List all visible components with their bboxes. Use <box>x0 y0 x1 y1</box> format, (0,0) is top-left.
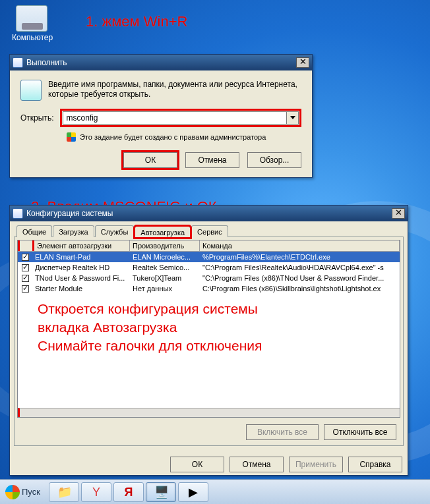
table-row[interactable]: Starter Module Нет данных C:\Program Fil… <box>18 283 400 294</box>
start-button[interactable]: Пуск <box>3 482 47 502</box>
col-checkbox[interactable] <box>18 240 32 251</box>
run-icon <box>20 80 42 101</box>
computer-icon <box>16 5 47 32</box>
taskbar-explorer[interactable]: 📁 <box>49 482 79 502</box>
col-item[interactable]: Элемент автозагрузки <box>32 240 130 251</box>
msconfig-title: Конфигурация системы <box>26 209 392 218</box>
run-titlebar[interactable]: Выполнить ✕ <box>10 55 312 70</box>
row-cmd: "C:\Program Files\Realtek\Audio\HDA\RAVC… <box>200 263 400 272</box>
uac-shield-icon <box>67 132 76 142</box>
startup-list[interactable]: Элемент автозагрузки Производитель Коман… <box>17 240 400 418</box>
row-mfr: Tukero[X]Team <box>130 273 200 283</box>
row-mfr: Нет данных <box>130 284 200 293</box>
uac-note: Это задание будет создано с правами адми… <box>80 133 266 141</box>
row-name: Starter Module <box>32 284 130 293</box>
tab-startup[interactable]: Автозагрузка <box>135 226 191 238</box>
list-header: Элемент автозагрузки Производитель Коман… <box>18 240 400 252</box>
open-input[interactable] <box>63 111 287 125</box>
row-mfr: Realtek Semico... <box>130 263 200 272</box>
table-row[interactable]: Диспетчер Realtek HD Realtek Semico... "… <box>18 262 400 273</box>
close-icon[interactable]: ✕ <box>392 208 405 219</box>
tab-tools[interactable]: Сервис <box>191 225 228 237</box>
tab-services[interactable]: Службы <box>95 225 135 237</box>
row-cmd: "C:\Program Files (x86)\TNod User & Pass… <box>200 273 400 283</box>
help-button[interactable]: Справка <box>348 457 402 472</box>
taskbar-msconfig[interactable]: 🖥️ <box>146 482 176 502</box>
row-cmd: C:\Program Files (x86)\Skillbrains\light… <box>200 284 400 293</box>
msconfig-titlebar[interactable]: Конфигурация системы ✕ <box>10 206 408 221</box>
disable-all-button[interactable]: Отключить все <box>324 424 396 440</box>
cancel-button[interactable]: Отмена <box>230 457 284 472</box>
annotation-step1: 1. жмем Win+R <box>86 13 187 30</box>
open-combobox[interactable] <box>60 109 301 127</box>
table-row[interactable]: TNod User & Password Fi... Tukero[X]Team… <box>18 273 400 283</box>
ok-button[interactable]: ОК <box>123 152 177 168</box>
run-icon: ▶ <box>187 486 200 499</box>
taskbar-yandex-browser[interactable]: Y <box>81 482 111 502</box>
tab-general[interactable]: Общие <box>16 225 52 237</box>
yandex-y-icon: Y <box>90 486 103 499</box>
open-label: Открыть: <box>20 113 53 123</box>
enable-all-button[interactable]: Включить все <box>246 424 319 440</box>
run-dialog: Выполнить ✕ Введите имя программы, папки… <box>9 54 313 178</box>
ya-icon: Я <box>122 486 135 499</box>
apply-button[interactable]: Применить <box>289 457 343 472</box>
taskbar-yandex-search[interactable]: Я <box>113 482 144 502</box>
row-name: ELAN Smart-Pad <box>32 252 130 262</box>
close-icon[interactable]: ✕ <box>296 57 309 68</box>
row-mfr: ELAN Microelec... <box>130 252 200 262</box>
row-checkbox[interactable] <box>18 253 32 262</box>
desktop-icon-computer[interactable]: Компьютер <box>12 5 51 42</box>
ok-button[interactable]: ОК <box>170 457 224 472</box>
taskbar-run[interactable]: ▶ <box>178 482 208 502</box>
annotation-msconfig: Откроется конфигурация системывкладка Ав… <box>38 300 386 355</box>
col-mfr[interactable]: Производитель <box>130 240 200 251</box>
msconfig-window: Конфигурация системы ✕ Общие Загрузка Сл… <box>9 205 408 476</box>
folder-icon: 📁 <box>57 486 71 499</box>
row-cmd: %ProgramFiles%\Elantech\ETDCtrl.exe <box>200 252 400 262</box>
run-title: Выполнить <box>26 58 296 67</box>
run-hint: Введите имя программы, папки, документа … <box>48 80 301 99</box>
taskbar: Пуск 📁 Y Я 🖥️ ▶ <box>0 479 430 504</box>
msconfig-titlebar-icon <box>13 208 23 219</box>
col-cmd[interactable]: Команда <box>200 240 400 251</box>
row-checkbox[interactable] <box>18 274 32 283</box>
row-name: TNod User & Password Fi... <box>32 273 130 283</box>
monitor-icon: 🖥️ <box>154 486 168 499</box>
tab-strip: Общие Загрузка Службы Автозагрузка Серви… <box>14 225 404 237</box>
row-checkbox[interactable] <box>18 285 32 293</box>
browse-button[interactable]: Обзор... <box>247 152 301 168</box>
run-titlebar-icon <box>13 57 23 68</box>
chevron-down-icon[interactable] <box>287 111 299 125</box>
cancel-button[interactable]: Отмена <box>185 152 239 168</box>
row-checkbox[interactable] <box>18 264 32 272</box>
table-row[interactable]: ELAN Smart-Pad ELAN Microelec... %Progra… <box>18 252 400 262</box>
tab-boot[interactable]: Загрузка <box>53 225 94 237</box>
tab-panel-startup: Элемент автозагрузки Производитель Коман… <box>14 237 404 446</box>
horizontal-scrollbar[interactable] <box>18 408 400 417</box>
computer-label: Компьютер <box>12 33 51 42</box>
start-label: Пуск <box>22 487 40 497</box>
windows-orb-icon <box>5 485 20 499</box>
row-name: Диспетчер Realtek HD <box>32 263 130 272</box>
